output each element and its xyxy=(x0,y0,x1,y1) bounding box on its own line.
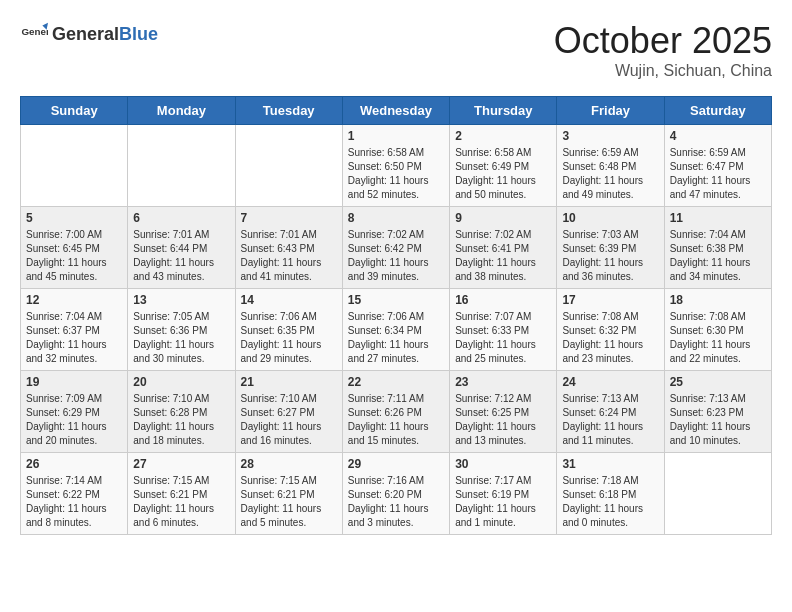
day-info: Sunrise: 6:59 AM Sunset: 6:48 PM Dayligh… xyxy=(562,146,658,202)
day-number: 20 xyxy=(133,375,229,389)
calendar-cell: 2Sunrise: 6:58 AM Sunset: 6:49 PM Daylig… xyxy=(450,125,557,207)
calendar-cell: 5Sunrise: 7:00 AM Sunset: 6:45 PM Daylig… xyxy=(21,207,128,289)
calendar-cell: 10Sunrise: 7:03 AM Sunset: 6:39 PM Dayli… xyxy=(557,207,664,289)
day-info: Sunrise: 7:14 AM Sunset: 6:22 PM Dayligh… xyxy=(26,474,122,530)
day-number: 29 xyxy=(348,457,444,471)
calendar-cell: 9Sunrise: 7:02 AM Sunset: 6:41 PM Daylig… xyxy=(450,207,557,289)
calendar-week-row: 19Sunrise: 7:09 AM Sunset: 6:29 PM Dayli… xyxy=(21,371,772,453)
calendar-cell: 13Sunrise: 7:05 AM Sunset: 6:36 PM Dayli… xyxy=(128,289,235,371)
day-number: 15 xyxy=(348,293,444,307)
calendar-cell: 22Sunrise: 7:11 AM Sunset: 6:26 PM Dayli… xyxy=(342,371,449,453)
calendar-cell: 28Sunrise: 7:15 AM Sunset: 6:21 PM Dayli… xyxy=(235,453,342,535)
day-number: 11 xyxy=(670,211,766,225)
logo-icon: General xyxy=(20,20,48,48)
day-info: Sunrise: 7:16 AM Sunset: 6:20 PM Dayligh… xyxy=(348,474,444,530)
day-info: Sunrise: 7:12 AM Sunset: 6:25 PM Dayligh… xyxy=(455,392,551,448)
day-number: 14 xyxy=(241,293,337,307)
day-info: Sunrise: 7:02 AM Sunset: 6:41 PM Dayligh… xyxy=(455,228,551,284)
weekday-header-cell: Wednesday xyxy=(342,97,449,125)
weekday-header-cell: Sunday xyxy=(21,97,128,125)
day-info: Sunrise: 7:08 AM Sunset: 6:30 PM Dayligh… xyxy=(670,310,766,366)
calendar-cell: 25Sunrise: 7:13 AM Sunset: 6:23 PM Dayli… xyxy=(664,371,771,453)
calendar-week-row: 26Sunrise: 7:14 AM Sunset: 6:22 PM Dayli… xyxy=(21,453,772,535)
calendar-cell: 11Sunrise: 7:04 AM Sunset: 6:38 PM Dayli… xyxy=(664,207,771,289)
calendar-cell: 29Sunrise: 7:16 AM Sunset: 6:20 PM Dayli… xyxy=(342,453,449,535)
day-number: 12 xyxy=(26,293,122,307)
day-number: 19 xyxy=(26,375,122,389)
day-info: Sunrise: 7:13 AM Sunset: 6:24 PM Dayligh… xyxy=(562,392,658,448)
calendar-cell: 6Sunrise: 7:01 AM Sunset: 6:44 PM Daylig… xyxy=(128,207,235,289)
day-info: Sunrise: 7:01 AM Sunset: 6:44 PM Dayligh… xyxy=(133,228,229,284)
day-number: 31 xyxy=(562,457,658,471)
weekday-header-row: SundayMondayTuesdayWednesdayThursdayFrid… xyxy=(21,97,772,125)
logo-general: General xyxy=(52,24,119,44)
day-number: 23 xyxy=(455,375,551,389)
day-number: 22 xyxy=(348,375,444,389)
calendar-week-row: 1Sunrise: 6:58 AM Sunset: 6:50 PM Daylig… xyxy=(21,125,772,207)
weekday-header-cell: Monday xyxy=(128,97,235,125)
day-info: Sunrise: 7:17 AM Sunset: 6:19 PM Dayligh… xyxy=(455,474,551,530)
logo: General GeneralBlue xyxy=(20,20,158,48)
calendar-cell: 15Sunrise: 7:06 AM Sunset: 6:34 PM Dayli… xyxy=(342,289,449,371)
calendar-cell: 20Sunrise: 7:10 AM Sunset: 6:28 PM Dayli… xyxy=(128,371,235,453)
calendar-cell: 17Sunrise: 7:08 AM Sunset: 6:32 PM Dayli… xyxy=(557,289,664,371)
page-header: General GeneralBlue October 2025 Wujin, … xyxy=(20,20,772,80)
day-info: Sunrise: 7:11 AM Sunset: 6:26 PM Dayligh… xyxy=(348,392,444,448)
day-info: Sunrise: 7:02 AM Sunset: 6:42 PM Dayligh… xyxy=(348,228,444,284)
day-number: 27 xyxy=(133,457,229,471)
weekday-header-cell: Tuesday xyxy=(235,97,342,125)
calendar-week-row: 5Sunrise: 7:00 AM Sunset: 6:45 PM Daylig… xyxy=(21,207,772,289)
day-info: Sunrise: 7:06 AM Sunset: 6:35 PM Dayligh… xyxy=(241,310,337,366)
day-info: Sunrise: 7:09 AM Sunset: 6:29 PM Dayligh… xyxy=(26,392,122,448)
day-number: 25 xyxy=(670,375,766,389)
day-number: 24 xyxy=(562,375,658,389)
day-number: 18 xyxy=(670,293,766,307)
day-number: 7 xyxy=(241,211,337,225)
day-number: 5 xyxy=(26,211,122,225)
day-number: 1 xyxy=(348,129,444,143)
calendar-body: 1Sunrise: 6:58 AM Sunset: 6:50 PM Daylig… xyxy=(21,125,772,535)
calendar-cell: 12Sunrise: 7:04 AM Sunset: 6:37 PM Dayli… xyxy=(21,289,128,371)
calendar-cell: 7Sunrise: 7:01 AM Sunset: 6:43 PM Daylig… xyxy=(235,207,342,289)
calendar-cell: 1Sunrise: 6:58 AM Sunset: 6:50 PM Daylig… xyxy=(342,125,449,207)
day-info: Sunrise: 7:10 AM Sunset: 6:28 PM Dayligh… xyxy=(133,392,229,448)
svg-text:General: General xyxy=(21,26,48,37)
day-number: 13 xyxy=(133,293,229,307)
calendar-cell: 30Sunrise: 7:17 AM Sunset: 6:19 PM Dayli… xyxy=(450,453,557,535)
day-number: 2 xyxy=(455,129,551,143)
calendar-cell: 26Sunrise: 7:14 AM Sunset: 6:22 PM Dayli… xyxy=(21,453,128,535)
day-number: 17 xyxy=(562,293,658,307)
weekday-header-cell: Friday xyxy=(557,97,664,125)
day-number: 10 xyxy=(562,211,658,225)
day-info: Sunrise: 6:58 AM Sunset: 6:50 PM Dayligh… xyxy=(348,146,444,202)
calendar-cell: 23Sunrise: 7:12 AM Sunset: 6:25 PM Dayli… xyxy=(450,371,557,453)
calendar-cell: 24Sunrise: 7:13 AM Sunset: 6:24 PM Dayli… xyxy=(557,371,664,453)
calendar-cell: 8Sunrise: 7:02 AM Sunset: 6:42 PM Daylig… xyxy=(342,207,449,289)
day-info: Sunrise: 7:01 AM Sunset: 6:43 PM Dayligh… xyxy=(241,228,337,284)
calendar-cell xyxy=(235,125,342,207)
calendar-cell xyxy=(664,453,771,535)
day-info: Sunrise: 7:08 AM Sunset: 6:32 PM Dayligh… xyxy=(562,310,658,366)
month-title: October 2025 xyxy=(554,20,772,62)
day-info: Sunrise: 6:58 AM Sunset: 6:49 PM Dayligh… xyxy=(455,146,551,202)
calendar-cell xyxy=(21,125,128,207)
day-number: 3 xyxy=(562,129,658,143)
weekday-header-cell: Saturday xyxy=(664,97,771,125)
day-number: 6 xyxy=(133,211,229,225)
calendar: SundayMondayTuesdayWednesdayThursdayFrid… xyxy=(20,96,772,535)
calendar-cell: 31Sunrise: 7:18 AM Sunset: 6:18 PM Dayli… xyxy=(557,453,664,535)
day-number: 4 xyxy=(670,129,766,143)
day-info: Sunrise: 7:06 AM Sunset: 6:34 PM Dayligh… xyxy=(348,310,444,366)
calendar-cell: 4Sunrise: 6:59 AM Sunset: 6:47 PM Daylig… xyxy=(664,125,771,207)
day-number: 16 xyxy=(455,293,551,307)
calendar-cell: 21Sunrise: 7:10 AM Sunset: 6:27 PM Dayli… xyxy=(235,371,342,453)
day-number: 28 xyxy=(241,457,337,471)
title-block: October 2025 Wujin, Sichuan, China xyxy=(554,20,772,80)
day-info: Sunrise: 7:00 AM Sunset: 6:45 PM Dayligh… xyxy=(26,228,122,284)
calendar-cell: 14Sunrise: 7:06 AM Sunset: 6:35 PM Dayli… xyxy=(235,289,342,371)
day-info: Sunrise: 7:07 AM Sunset: 6:33 PM Dayligh… xyxy=(455,310,551,366)
day-info: Sunrise: 7:15 AM Sunset: 6:21 PM Dayligh… xyxy=(133,474,229,530)
day-info: Sunrise: 7:18 AM Sunset: 6:18 PM Dayligh… xyxy=(562,474,658,530)
day-number: 21 xyxy=(241,375,337,389)
day-number: 30 xyxy=(455,457,551,471)
